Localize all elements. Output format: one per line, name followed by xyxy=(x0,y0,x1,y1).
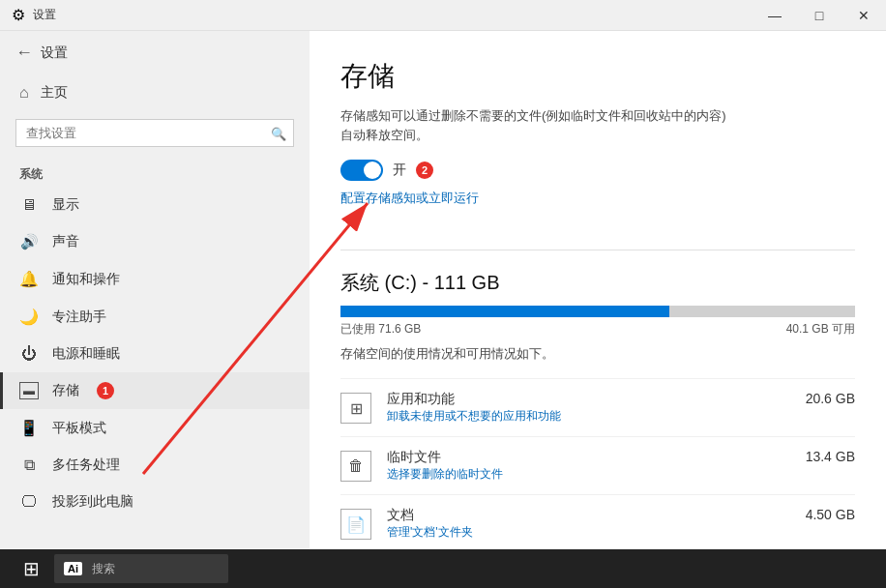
maximize-button[interactable]: □ xyxy=(797,0,842,31)
docs-size: 4.50 GB xyxy=(806,507,855,522)
temp-icon: 🗑 xyxy=(340,451,371,482)
sidebar-item-tablet[interactable]: 📱 平板模式 xyxy=(0,409,310,447)
temp-size: 13.4 GB xyxy=(806,449,855,464)
usage-desc: 存储空间的使用情况和可用情况如下。 xyxy=(340,345,855,363)
titlebar-icon: ⚙ xyxy=(12,6,25,24)
description: 存储感知可以通过删除不需要的文件(例如临时文件和回收站中的内容)自动释放空间。 xyxy=(340,106,855,144)
power-icon: ⏻ xyxy=(19,345,39,363)
temp-desc[interactable]: 选择要删除的临时文件 xyxy=(387,466,790,483)
tablet-icon: 📱 xyxy=(19,419,39,437)
toggle-badge: 2 xyxy=(416,162,433,179)
sidebar-item-focus[interactable]: 🌙 专注助手 xyxy=(0,298,310,336)
display-label: 显示 xyxy=(52,196,79,214)
storage-stats: 已使用 71.6 GB 40.1 GB 可用 xyxy=(340,321,855,338)
storage-badge: 1 xyxy=(97,382,114,399)
back-arrow-icon: ← xyxy=(15,43,33,63)
available-label: 40.1 GB 可用 xyxy=(786,321,855,338)
search-box: 🔍 xyxy=(15,119,294,147)
start-button[interactable]: ⊞ xyxy=(8,549,54,588)
docs-name: 文档 xyxy=(387,507,790,524)
notify-icon: 🔔 xyxy=(19,270,39,288)
toggle-label: 开 xyxy=(393,162,406,179)
display-icon: 🖥 xyxy=(19,196,39,214)
drive-title: 系统 (C:) - 111 GB xyxy=(340,270,855,296)
storage-bar xyxy=(340,306,855,317)
apps-size: 20.6 GB xyxy=(806,391,855,406)
taskbar-search-text: 搜索 xyxy=(92,561,115,577)
docs-info: 文档 管理'文档'文件夹 xyxy=(387,507,790,541)
projecting-icon: 🖵 xyxy=(19,493,39,511)
main-content: ← 设置 ⌂ 主页 🔍 系统 🖥 显示 🔊 声音 xyxy=(0,31,886,588)
toggle-knob xyxy=(364,162,381,179)
storage-sense-toggle[interactable] xyxy=(340,160,383,181)
settings-window: ⚙ 设置 — □ ✕ ← 设置 ⌂ 主页 🔍 系统 xyxy=(0,0,886,588)
sound-label: 声音 xyxy=(52,233,79,250)
toggle-row: 开 2 xyxy=(340,160,855,181)
taskbar: ⊞ Ai 搜索 xyxy=(0,549,886,588)
storage-item-docs[interactable]: 📄 文档 管理'文档'文件夹 4.50 GB xyxy=(340,494,855,552)
used-label: 已使用 71.6 GB xyxy=(340,321,421,338)
close-button[interactable]: ✕ xyxy=(842,0,886,31)
temp-name: 临时文件 xyxy=(387,449,790,466)
sidebar-item-sound[interactable]: 🔊 声音 xyxy=(0,223,310,260)
storage-label: 存储 xyxy=(52,382,79,399)
sound-icon: 🔊 xyxy=(19,233,39,250)
back-button[interactable]: ← 设置 xyxy=(0,31,310,74)
titlebar-controls: — □ ✕ xyxy=(753,0,886,31)
sidebar-item-multitask[interactable]: ⧉ 多任务处理 xyxy=(0,447,310,484)
sidebar: ← 设置 ⌂ 主页 🔍 系统 🖥 显示 🔊 声音 xyxy=(0,31,310,588)
sidebar-item-projecting[interactable]: 🖵 投影到此电脑 xyxy=(0,484,310,520)
titlebar-left: ⚙ 设置 xyxy=(12,6,56,24)
sidebar-item-home[interactable]: ⌂ 主页 xyxy=(0,74,310,111)
multitask-label: 多任务处理 xyxy=(52,456,120,474)
right-panel: 存储 存储感知可以通过删除不需要的文件(例如临时文件和回收站中的内容)自动释放空… xyxy=(310,31,886,588)
section-label: 系统 xyxy=(0,155,310,187)
search-input[interactable] xyxy=(15,119,294,147)
ai-badge: Ai xyxy=(64,562,82,575)
apps-info: 应用和功能 卸载未使用或不想要的应用和功能 xyxy=(387,391,790,425)
tablet-label: 平板模式 xyxy=(52,420,106,437)
titlebar: ⚙ 设置 — □ ✕ xyxy=(0,0,886,31)
notify-label: 通知和操作 xyxy=(52,271,120,288)
apps-desc[interactable]: 卸载未使用或不想要的应用和功能 xyxy=(387,408,790,425)
focus-label: 专注助手 xyxy=(52,309,106,326)
sidebar-item-display[interactable]: 🖥 显示 xyxy=(0,187,310,223)
description-text: 存储感知可以通过删除不需要的文件(例如临时文件和回收站中的内容)自动释放空间。 xyxy=(340,108,726,142)
minimize-button[interactable]: — xyxy=(753,0,797,31)
config-link[interactable]: 配置存储感知或立即运行 xyxy=(340,190,479,207)
docs-desc[interactable]: 管理'文档'文件夹 xyxy=(387,524,790,541)
power-label: 电源和睡眠 xyxy=(52,345,120,363)
temp-info: 临时文件 选择要删除的临时文件 xyxy=(387,449,790,483)
docs-icon: 📄 xyxy=(340,509,371,540)
focus-icon: 🌙 xyxy=(19,308,39,326)
page-title: 存储 xyxy=(340,58,855,95)
sidebar-item-storage[interactable]: ▬ 存储 1 xyxy=(0,372,310,409)
storage-icon: ▬ xyxy=(19,382,39,399)
taskbar-search[interactable]: Ai 搜索 xyxy=(54,554,228,583)
sidebar-item-power[interactable]: ⏻ 电源和睡眠 xyxy=(0,336,310,372)
storage-bar-fill xyxy=(340,306,669,317)
apps-icon: ⊞ xyxy=(340,393,371,424)
home-icon: ⌂ xyxy=(19,84,29,102)
storage-item-apps[interactable]: ⊞ 应用和功能 卸载未使用或不想要的应用和功能 20.6 GB xyxy=(340,378,855,436)
multitask-icon: ⧉ xyxy=(19,456,39,474)
sidebar-item-notify[interactable]: 🔔 通知和操作 xyxy=(0,260,310,298)
home-label: 主页 xyxy=(41,84,68,102)
search-icon: 🔍 xyxy=(271,126,286,140)
projecting-label: 投影到此电脑 xyxy=(52,493,133,511)
section-divider xyxy=(340,250,855,250)
settings-back-label: 设置 xyxy=(41,44,68,62)
titlebar-title: 设置 xyxy=(33,7,56,23)
apps-name: 应用和功能 xyxy=(387,391,790,408)
storage-item-temp[interactable]: 🗑 临时文件 选择要删除的临时文件 13.4 GB xyxy=(340,436,855,494)
